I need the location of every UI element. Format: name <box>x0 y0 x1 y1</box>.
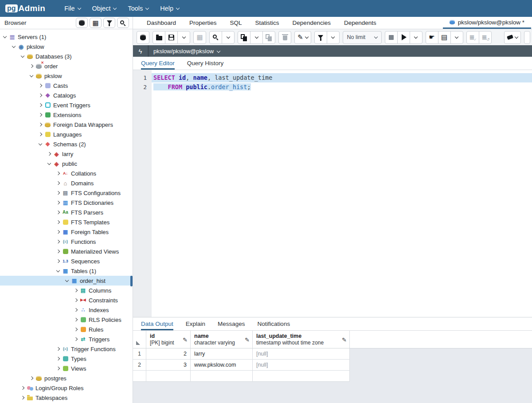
cell-id[interactable]: 3 <box>146 360 191 370</box>
edit-column-icon[interactable]: ✎ <box>245 336 250 343</box>
tree-item-casts[interactable]: Casts <box>0 81 133 90</box>
tab-query-editor[interactable]: Query Editor <box>141 57 175 70</box>
chevron-right-icon[interactable] <box>55 221 61 223</box>
tab-sql[interactable]: SQL <box>223 17 249 29</box>
browser-search-button[interactable] <box>117 18 129 28</box>
view-data-button[interactable] <box>438 31 451 44</box>
chevron-right-icon[interactable] <box>37 104 43 106</box>
chevron-right-icon[interactable] <box>73 289 79 292</box>
menu-file[interactable]: File <box>59 0 86 17</box>
tab-properties[interactable]: Properties <box>183 17 223 29</box>
tree-item-database-order[interactable]: ✕order <box>0 61 133 71</box>
browser-grid-button[interactable] <box>90 18 102 28</box>
chevron-right-icon[interactable] <box>37 123 43 126</box>
cell-name[interactable]: larry <box>191 348 253 359</box>
column-header-last_update_time[interactable]: last_update_timetimestamp without time z… <box>253 331 350 348</box>
tree-item-schemas[interactable]: ❖Schemas (2) <box>0 139 133 149</box>
save-button[interactable] <box>165 31 178 44</box>
editor-code-area[interactable]: SELECT id, name, last_update_time FROM p… <box>152 70 532 317</box>
tree-item-event-triggers[interactable]: Event Triggers <box>0 100 133 110</box>
tree-item-tablespaces[interactable]: Tablespaces <box>0 393 133 403</box>
edit-column-icon[interactable]: ✎ <box>183 336 188 343</box>
chevron-right-icon[interactable] <box>37 94 43 97</box>
tree-item-extensions[interactable]: Extensions <box>0 110 133 120</box>
code-line[interactable]: FROM public.order_hist; <box>152 82 532 92</box>
chevron-right-icon[interactable] <box>73 338 79 340</box>
search-button[interactable] <box>209 31 222 44</box>
tree-item-columns[interactable]: ▤Columns <box>0 286 133 295</box>
tree-item-schema-public[interactable]: ◈public <box>0 159 133 168</box>
copy-button[interactable] <box>238 31 250 44</box>
tree-item-table-order-hist[interactable]: ▦order_hist <box>0 276 133 286</box>
chevron-right-icon[interactable] <box>55 231 61 233</box>
chevron-right-icon[interactable] <box>28 65 35 67</box>
tree-item-sequences[interactable]: 1.3Sequences <box>0 256 133 266</box>
chevron-right-icon[interactable] <box>28 377 35 380</box>
macro-button[interactable] <box>504 31 521 44</box>
tree-item-fts-parsers[interactable]: AaFTS Parsers <box>0 207 133 217</box>
tree-item-rls-policies[interactable]: RLS Policies <box>0 315 133 325</box>
tree-item-functions[interactable]: (≡)Functions <box>0 237 133 246</box>
chevron-right-icon[interactable] <box>55 211 61 214</box>
tree-item-foreign-data-wrappers[interactable]: Foreign Data Wrappers <box>0 120 133 129</box>
tree-item-materialized-views[interactable]: Materialized Views <box>0 246 133 256</box>
tree-item-database-pkslow[interactable]: pkslow <box>0 71 133 81</box>
tab-data-output[interactable]: Data Output <box>141 317 173 330</box>
chevron-right-icon[interactable] <box>55 367 61 370</box>
chevron-down-icon[interactable] <box>20 55 26 57</box>
execute-button[interactable] <box>397 31 410 44</box>
chevron-right-icon[interactable] <box>46 153 52 155</box>
chevron-right-icon[interactable] <box>55 201 61 204</box>
tree-item-languages[interactable]: Languages <box>0 129 133 139</box>
row-number-cell[interactable]: 1 <box>133 348 146 359</box>
chevron-right-icon[interactable] <box>55 240 61 243</box>
chevron-right-icon[interactable] <box>55 172 61 175</box>
tree-scrollbar-thumb[interactable] <box>130 276 133 286</box>
tree-item-fts-configurations[interactable]: ▤FTS Configurations <box>0 188 133 198</box>
tree-item-tables[interactable]: ▦Tables (1) <box>0 266 133 276</box>
menu-object[interactable]: Object <box>86 0 122 17</box>
tree-item-database-postgres[interactable]: postgres <box>0 373 133 383</box>
chevron-right-icon[interactable] <box>37 113 43 116</box>
tree-item-catalogs[interactable]: ❖Catalogs <box>0 90 133 100</box>
code-line[interactable]: SELECT id, name, last_update_time <box>152 73 532 82</box>
tree-item-domains[interactable]: ⌂Domains <box>0 178 133 188</box>
chevron-right-icon[interactable] <box>55 250 61 253</box>
filter-options-button[interactable] <box>327 31 340 44</box>
tree-item-indexes[interactable]: ∴Indexes <box>0 305 133 315</box>
edit-column-icon[interactable]: ✎ <box>342 336 347 343</box>
chevron-down-icon[interactable] <box>28 75 35 77</box>
column-header-id[interactable]: id[PK] bigint✎ <box>146 331 191 348</box>
chevron-down-icon[interactable] <box>55 270 61 272</box>
tab-messages[interactable]: Messages <box>218 317 245 330</box>
browser-db-button[interactable] <box>76 18 88 28</box>
chevron-down-icon[interactable] <box>46 163 52 164</box>
tree-item-fts-dictionaries[interactable]: ▥FTS Dictionaries <box>0 198 133 207</box>
tree-item-databases[interactable]: Databases (3) <box>0 51 133 61</box>
tree-item-servers[interactable]: ≣Servers (1) <box>0 32 133 42</box>
tab-notifications[interactable]: Notifications <box>258 317 290 330</box>
download-button[interactable] <box>524 31 530 44</box>
tree-item-fts-templates[interactable]: FTS Templates <box>0 217 133 227</box>
open-file-button[interactable] <box>153 31 165 44</box>
chevron-right-icon[interactable] <box>37 133 43 136</box>
column-header-name[interactable]: namecharacter varying✎ <box>191 331 253 348</box>
cell-name[interactable]: www.pkslow.com <box>191 360 253 370</box>
tab-statistics[interactable]: Statistics <box>249 17 286 29</box>
filter-button[interactable] <box>314 31 327 44</box>
tree-item-collations[interactable]: A↓Collations <box>0 168 133 178</box>
tree-item-login-group-roles[interactable]: Login/Group Roles <box>0 383 133 393</box>
chevron-right-icon[interactable] <box>55 260 61 262</box>
connection-label[interactable]: pkslow/pkslow@pkslow <box>153 48 214 55</box>
limit-select[interactable]: No limit <box>343 31 382 44</box>
tree-item-server-pkslow[interactable]: ◉pkslow <box>0 42 133 51</box>
cell-last_update_time[interactable]: [null] <box>253 360 350 370</box>
tab-explain[interactable]: Explain <box>186 317 205 330</box>
query-tool-button[interactable] <box>137 31 149 44</box>
row-number-cell[interactable] <box>133 371 146 381</box>
cell-id[interactable]: 2 <box>146 348 191 359</box>
tab-query-history[interactable]: Query History <box>187 57 224 70</box>
tree-item-constraints[interactable]: ▶◀Constraints <box>0 295 133 305</box>
chevron-right-icon[interactable] <box>55 348 61 350</box>
cell-last_update_time[interactable] <box>253 371 350 381</box>
